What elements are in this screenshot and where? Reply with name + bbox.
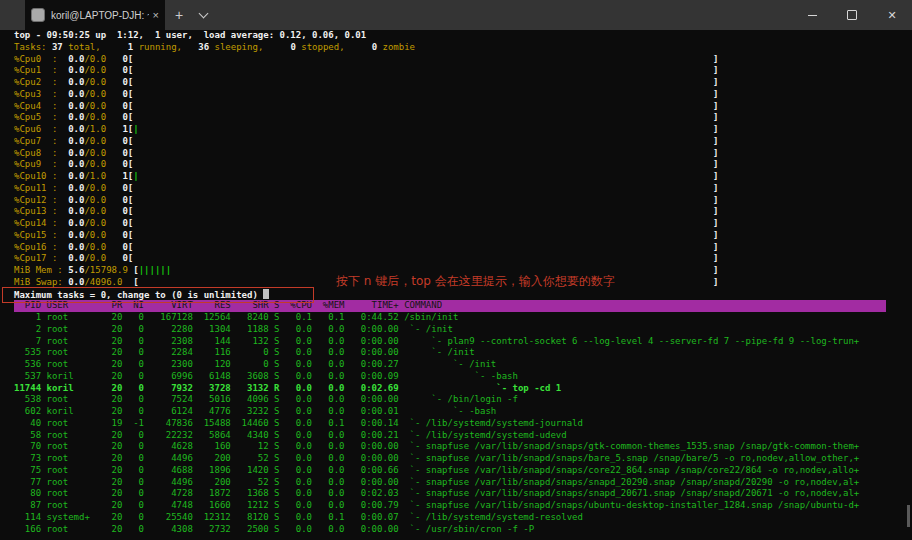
annotation-text: 按下 n 键后，top 会在这里提示，输入你想要的数字 bbox=[336, 273, 615, 290]
top-uptime-line: top - 09:50:25 up 1:12, 1 user, load ave… bbox=[14, 30, 912, 42]
process-row: 77 root 20 0 4496 200 52 S 0.0 0.0 0:00.… bbox=[14, 477, 912, 489]
process-row: 602 koril 20 0 6124 4776 3232 S 0.0 0.0 … bbox=[14, 406, 912, 418]
terminal-tab[interactable]: koril@LAPTOP-DJH: ~/study/ × bbox=[25, 0, 165, 30]
process-row: 2 root 20 0 2280 1304 1188 S 0.0 0.0 0:0… bbox=[14, 324, 912, 336]
process-row: 87 root 20 0 4748 1660 1212 S 0.0 0.0 0:… bbox=[14, 500, 912, 512]
annotation-box bbox=[2, 287, 314, 303]
window-controls: ✕ bbox=[792, 0, 912, 30]
cpu-usage-line: %Cpu6 : 0.0/1.0 1[| ] bbox=[14, 124, 912, 136]
new-tab-button[interactable]: + bbox=[167, 0, 191, 30]
cpu-usage-line: %Cpu4 : 0.0/0.0 0[ ] bbox=[14, 101, 912, 113]
cpu-usage-line: %Cpu15 : 0.0/0.0 0[ ] bbox=[14, 230, 912, 242]
close-button[interactable]: ✕ bbox=[872, 0, 912, 30]
process-row: 538 root 20 0 7524 5016 4096 S 0.0 0.0 0… bbox=[14, 394, 912, 406]
process-row: 75 root 20 0 4688 1896 1420 S 0.0 0.0 0:… bbox=[14, 465, 912, 477]
cpu-usage-line: %Cpu17 : 0.0/0.0 0[ ] bbox=[14, 253, 912, 265]
cpu-usage-line: %Cpu7 : 0.0/0.0 0[ ] bbox=[14, 136, 912, 148]
process-row: 536 root 20 0 2300 120 0 S 0.0 0.0 0:00.… bbox=[14, 359, 912, 371]
process-row: 58 root 20 0 22232 5864 4340 S 0.0 0.0 0… bbox=[14, 430, 912, 442]
process-row: 11744 koril 20 0 7932 3728 3132 R 0.0 0.… bbox=[14, 383, 912, 395]
process-row: 535 root 20 0 2284 116 0 S 0.0 0.0 0:00.… bbox=[14, 347, 912, 359]
process-row: 166 root 20 0 4308 2732 2500 S 0.0 0.0 0… bbox=[14, 524, 912, 536]
cpu-usage-line: %Cpu0 : 0.0/0.0 0[ ] bbox=[14, 54, 912, 66]
maximize-button[interactable] bbox=[832, 0, 872, 30]
minimize-button[interactable] bbox=[792, 0, 832, 30]
cpu-usage-line: %Cpu1 : 0.0/0.0 0[ ] bbox=[14, 65, 912, 77]
cpu-usage-line: %Cpu14 : 0.0/0.0 0[ ] bbox=[14, 218, 912, 230]
process-row: 80 root 20 0 4728 1872 1368 S 0.0 0.0 0:… bbox=[14, 488, 912, 500]
cpu-usage-line: %Cpu13 : 0.0/0.0 0[ ] bbox=[14, 206, 912, 218]
tasks-summary-line: Tasks: 37 total, 1 running, 36 sleeping,… bbox=[14, 42, 912, 54]
process-row: 7 root 20 0 2308 144 132 S 0.0 0.0 0:00.… bbox=[14, 336, 912, 348]
cpu-usage-line: %Cpu16 : 0.0/0.0 0[ ] bbox=[14, 242, 912, 254]
tab-close-icon[interactable]: × bbox=[153, 9, 159, 21]
cpu-usage-line: %Cpu10 : 0.0/1.0 1[| ] bbox=[14, 171, 912, 183]
tab-dropdown-button[interactable] bbox=[192, 0, 214, 30]
process-row: 70 root 20 0 4628 160 12 S 0.0 0.0 0:00.… bbox=[14, 441, 912, 453]
cpu-usage-line: %Cpu3 : 0.0/0.0 0[ ] bbox=[14, 89, 912, 101]
minimize-icon bbox=[808, 15, 817, 16]
cpu-usage-line: %Cpu2 : 0.0/0.0 0[ ] bbox=[14, 77, 912, 89]
cpu-usage-line: %Cpu5 : 0.0/0.0 0[ ] bbox=[14, 112, 912, 124]
window-titlebar: koril@LAPTOP-DJH: ~/study/ × + ✕ bbox=[0, 0, 912, 30]
process-row: 40 root 19 -1 47836 15488 14460 S 0.0 0.… bbox=[14, 418, 912, 430]
cpu-usage-line: %Cpu12 : 0.0/0.0 0[ ] bbox=[14, 195, 912, 207]
cpu-usage-line: %Cpu9 : 0.0/0.0 0[ ] bbox=[14, 159, 912, 171]
tab-terminal-icon bbox=[31, 8, 45, 22]
app-window: { "window": { "tab_title": "koril@LAPTOP… bbox=[0, 0, 912, 540]
scrollbar-thumb[interactable] bbox=[907, 505, 910, 527]
maximize-icon bbox=[847, 10, 857, 20]
tab-title: koril@LAPTOP-DJH: ~/study/ bbox=[51, 10, 149, 21]
process-row: 1 root 20 0 167128 12564 8240 S 0.1 0.1 … bbox=[14, 312, 912, 324]
cpu-usage-line: %Cpu8 : 0.0/0.0 0[ ] bbox=[14, 148, 912, 160]
cpu-usage-line: %Cpu11 : 0.0/0.0 0[ ] bbox=[14, 183, 912, 195]
process-row: 114 systemd+ 20 0 25540 12312 8120 S 0.0… bbox=[14, 512, 912, 524]
chevron-down-icon bbox=[198, 9, 208, 19]
process-row: 73 root 20 0 4496 200 52 S 0.0 0.0 0:00.… bbox=[14, 453, 912, 465]
process-row: 537 koril 20 0 6996 6148 3608 S 0.0 0.0 … bbox=[14, 371, 912, 383]
